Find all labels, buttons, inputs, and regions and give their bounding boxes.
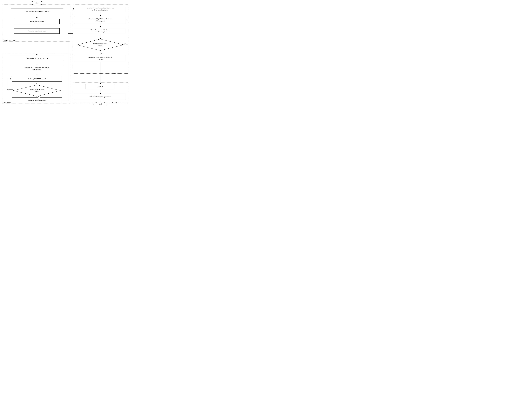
- define-node: Define parameter variables and objective…: [11, 8, 63, 14]
- diagram-container: Taguchi experiments PSO-BPNN OMOPSO TOPS…: [0, 0, 130, 105]
- yes-label-2: Yes: [101, 53, 103, 54]
- init-omopso-node: Initialize PSO and leaders/Send leaders …: [75, 6, 126, 12]
- normalize-node: Normalize experiment results: [14, 28, 60, 34]
- yes-label-1: Yes: [38, 96, 40, 98]
- omopso-label: OMOPSO: [112, 72, 118, 74]
- start-node: Start: [30, 1, 44, 5]
- svg-marker-24: [13, 85, 61, 96]
- select-leader-node: Select leader/Flight/Mutation/Evaluation…: [75, 17, 126, 23]
- update-leaders-node: Update Leaders/Send leaders toε archive/…: [75, 28, 126, 34]
- topsis-label: TOPSIS: [112, 102, 117, 104]
- topsis-node: TOPSIS: [85, 84, 115, 89]
- training-node: Training PSO-BPNN model: [12, 76, 62, 82]
- satisfy1-node: Satisfy the terminationcriteria: [13, 85, 61, 97]
- cae-node: CAE Taguchi experiments: [14, 19, 60, 24]
- final-model-node: Obtain the final fitting model: [12, 98, 62, 103]
- no-label-1: No: [7, 89, 9, 91]
- svg-marker-25: [77, 39, 124, 51]
- init-pso-bpnn-node: Initialize PSO /Initialize BPNN weightsa…: [11, 65, 63, 72]
- taguchi-label: Taguchi experiments: [3, 39, 16, 41]
- construct-node: Construct BPNN topology structure: [11, 56, 63, 61]
- satisfy2-node: Satisfy the terminationcriteria: [77, 39, 124, 51]
- obtain-best-node: Obtain the best optimal parameters: [75, 93, 126, 100]
- output-pareto-node: Output the Pareto optimal solutions inε …: [75, 55, 126, 62]
- no-label-2: No: [124, 43, 126, 45]
- pso-bpnn-label: PSO-BPNN: [3, 102, 11, 104]
